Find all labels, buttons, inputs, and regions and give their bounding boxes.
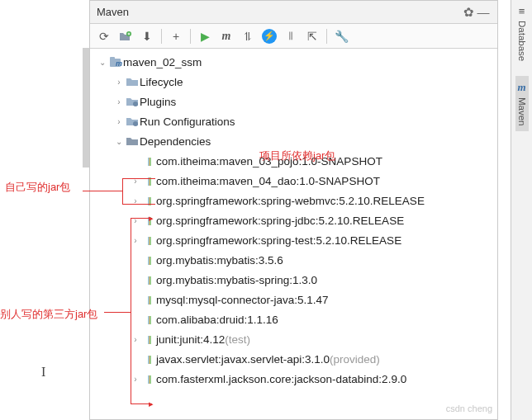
rail-label: Database [517,21,527,61]
text-cursor: I [41,365,45,380]
chevron-right-icon[interactable]: › [113,78,125,87]
dependency-label: com.alibaba:druid:1.1.16 [156,314,278,326]
tree-node-dependencies[interactable]: ⌄ Dependencies [90,131,497,151]
dependency-label: com.itheima:maven_03_pojo:1.0-SNAPSHOT [156,155,382,168]
chevron-right-icon[interactable]: › [130,236,141,245]
library-icon: ||| [141,215,156,225]
maven-icon: m [517,81,525,94]
dependency-row[interactable]: ||| javax.servlet:javax.servlet-api:3.1.… [90,349,497,369]
chevron-down-icon[interactable]: ⌄ [97,58,108,67]
dependency-label: org.springframework:spring-test:5.2.10.R… [156,234,401,247]
tree-label: Plugins [140,96,176,108]
maven-tree: ⌄ m maven_02_ssm › Lifecycle › Plugins ›… [90,49,497,392]
rail-label: Maven [517,97,527,126]
chevron-right-icon[interactable]: › [130,196,141,205]
right-tool-rail: ≡ Database m Maven [511,0,532,420]
library-icon: ||| [141,314,156,324]
toggle-offline-icon[interactable]: ⥮ [239,27,257,45]
dependency-row[interactable]: ||| mysql:mysql-connector-java:5.1.47 [90,290,497,309]
dependency-label: org.springframework:spring-jdbc:5.2.10.R… [156,215,404,227]
library-icon: ||| [141,176,156,186]
add-icon[interactable]: + [167,27,185,45]
show-dependencies-icon[interactable]: ⫴ [282,27,300,45]
library-icon: ||| [141,196,156,205]
tree-label: Run Configurations [140,116,235,128]
separator [190,29,191,44]
library-icon: ||| [141,255,156,265]
folder-icon [125,136,140,146]
library-icon: ||| [141,354,156,364]
tree-root[interactable]: ⌄ m maven_02_ssm [90,52,497,72]
maven-tool-window: Maven ✿ — ⟳ ⬇ + ▶ m ⥮ ⚡ ⫴ ⇱ 🔧 ⌄ m maven_… [89,0,498,420]
dependency-label: org.mybatis:mybatis:3.5.6 [156,254,283,267]
dependency-row[interactable]: ›||| com.fasterxml.jackson.core:jackson-… [90,369,497,389]
svg-point-5 [133,121,138,126]
annotation-third-party: 别人写的第三方jar包 [0,307,97,322]
library-icon: ||| [141,374,156,384]
collapse-all-icon[interactable]: ⇱ [303,27,321,45]
minimize-icon[interactable]: — [476,5,491,19]
dependency-row[interactable]: ||| org.mybatis:mybatis-spring:1.3.0 [90,270,497,290]
dependency-row[interactable]: ›||| junit:junit:4.12 (test) [90,329,497,349]
watermark: csdn cheng [446,403,492,413]
dependency-row[interactable]: ||| com.itheima:maven_03_pojo:1.0-SNAPSH… [90,151,497,171]
tree-node-lifecycle[interactable]: › Lifecycle [90,72,497,92]
tree-label: Dependencies [140,135,211,148]
panel-header: Maven ✿ — [90,1,497,24]
settings-icon[interactable]: ✿ [461,5,476,20]
skip-tests-icon[interactable]: ⚡ [260,27,278,45]
maven-module-icon: m [108,57,123,68]
generate-sources-icon[interactable] [116,27,135,45]
dependency-row[interactable]: ||| com.alibaba:druid:1.1.16 [90,309,497,329]
folder-gear-icon [125,116,140,126]
chevron-right-icon[interactable]: › [130,216,141,225]
separator [326,29,327,44]
library-icon: ||| [141,235,156,245]
chevron-right-icon[interactable]: › [130,335,141,344]
dependency-label: com.fasterxml.jackson.core:jackson-datab… [156,373,406,385]
library-icon: ||| [141,334,156,344]
chevron-right-icon[interactable]: › [113,97,125,106]
dependency-label: com.itheima:maven_04_dao:1.0-SNAPSHOT [156,175,380,187]
run-icon[interactable]: ▶ [196,27,214,45]
chevron-right-icon[interactable]: › [113,117,125,126]
dependency-row[interactable]: ||| org.mybatis:mybatis:3.5.6 [90,250,497,270]
folder-gear-icon [125,97,140,106]
dependency-label: org.springframework:spring-webmvc:5.2.10… [156,195,425,207]
dependency-row[interactable]: ›||| org.springframework:spring-test:5.2… [90,230,497,250]
tree-label: Lifecycle [140,76,183,88]
dependency-row[interactable]: ›||| org.springframework:spring-jdbc:5.2… [90,210,497,230]
dependency-label: javax.servlet:javax.servlet-api:3.1.0 [156,353,330,366]
chevron-right-icon[interactable]: › [130,177,141,186]
chevron-down-icon[interactable]: ⌄ [113,137,125,146]
svg-rect-2 [110,57,115,60]
library-icon: ||| [141,275,156,285]
download-icon[interactable]: ⬇ [138,27,156,45]
dependency-row[interactable]: ›||| org.springframework:spring-webmvc:5… [90,191,497,210]
refresh-icon[interactable]: ⟳ [95,27,113,45]
separator [161,29,162,44]
dependency-label: mysql:mysql-connector-java:5.1.47 [156,294,329,306]
tool-settings-icon[interactable]: 🔧 [332,27,350,45]
tree-node-runconfig[interactable]: › Run Configurations [90,111,497,131]
svg-text:m: m [116,59,122,68]
maven-toolbar: ⟳ ⬇ + ▶ m ⥮ ⚡ ⫴ ⇱ 🔧 [90,24,497,49]
dependency-scope: (test) [225,333,250,346]
rail-maven[interactable]: m Maven [515,76,529,131]
chevron-right-icon[interactable]: › [130,375,141,384]
execute-maven-goal-icon[interactable]: m [217,27,235,45]
dependency-label: org.mybatis:mybatis-spring:1.3.0 [156,274,317,286]
dependency-scope: (provided) [330,353,380,366]
annotation-own-jar: 自己写的jar包 [5,180,70,195]
database-icon: ≡ [519,5,525,17]
tree-label: maven_02_ssm [123,56,202,68]
folder-icon [125,77,140,87]
tree-node-plugins[interactable]: › Plugins [90,92,497,111]
library-icon: ||| [141,156,156,166]
svg-point-4 [133,101,138,106]
rail-database[interactable]: ≡ Database [517,5,527,61]
dependency-row[interactable]: ›||| com.itheima:maven_04_dao:1.0-SNAPSH… [90,171,497,191]
dependency-label: junit:junit:4.12 [156,333,225,346]
library-icon: ||| [141,295,156,304]
panel-title: Maven [97,6,461,18]
